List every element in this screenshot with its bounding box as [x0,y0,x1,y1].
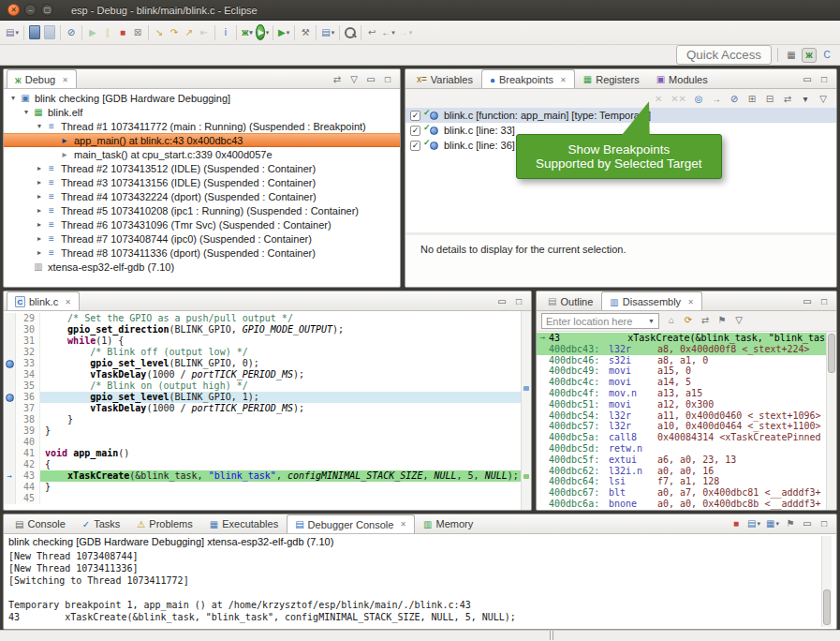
code-text[interactable]: /* Blink off (output low) */ [40,347,521,358]
tab-disassembly[interactable]: ▥Disassembly✕ [601,291,702,310]
minimize-icon[interactable]: ▭ [800,293,815,308]
code-text[interactable]: gpio_set_direction(BLINK_GPIO, GPIO_MODE… [40,324,521,335]
display-selected-console-icon[interactable]: ▤▾ [745,516,762,531]
debug-icon[interactable]: ж▾ [240,25,255,40]
expand-icon[interactable]: ▸ [34,192,45,201]
tab-debugger-console[interactable]: ▤Debugger Console✕ [287,514,415,533]
tab-variables[interactable]: x=Variables [408,69,481,88]
editor-body[interactable]: 29 /* Set the GPIO as a push/pull output… [4,311,531,510]
debug-tree-item[interactable]: ▥xtensa-esp32-elf-gdb (7.10) [4,260,400,274]
editor-lines[interactable]: 29 /* Set the GPIO as a push/pull output… [4,311,521,510]
quick-access-button[interactable]: Quick Access [676,45,772,65]
code-text[interactable]: /* Blink on (output high) */ [40,380,521,392]
line-number[interactable]: 30 [16,324,40,335]
code-text[interactable]: while(1) { [40,335,521,347]
dropdown-caret-icon[interactable]: ▾ [391,29,395,37]
line-number[interactable]: 29 [16,313,40,324]
line-number[interactable]: 42 [16,459,40,470]
disassembly-row[interactable]: 400dbc49:movia15, 0 [537,365,826,377]
save-all-icon[interactable] [42,25,57,40]
debug-perspective-icon[interactable]: ж [802,48,817,63]
line-number[interactable]: 33 [16,358,40,369]
editor-line[interactable]: 30 gpio_set_direction(BLINK_GPIO, GPIO_M… [4,324,521,335]
overview-mark-current-line[interactable] [523,474,529,479]
line-number[interactable]: 36 [16,392,40,403]
expand-icon[interactable]: ▸ [34,248,45,257]
maximize-icon[interactable]: □ [380,71,395,86]
instruction-stepping-icon[interactable]: i [218,25,233,40]
debug-tree-item[interactable]: ▸app_main() at blink.c:43 0x400dbc43 [4,133,400,147]
code-text[interactable]: xTaskCreate(&blink_task, "blink_task", c… [40,470,521,482]
minimize-icon[interactable]: ▭ [363,71,378,86]
expand-all-icon[interactable]: ⊞ [744,91,759,106]
editor-line[interactable]: 40 [4,437,521,448]
console-body[interactable]: blink checking [GDB Hardware Debugging] … [4,534,836,629]
disassembly-row[interactable]: →43 xTaskCreate(&blink_task, "blink_tas [537,333,826,344]
disconnect-icon[interactable]: ⊠ [130,25,145,40]
disassembly-row[interactable]: 400dbc46:s32ia8, a1, 0 [537,355,826,366]
view-menu-icon[interactable]: ▽ [346,71,361,86]
forward-icon[interactable]: →▾ [397,25,415,40]
code-text[interactable]: } [40,482,521,493]
tab-breakpoints[interactable]: ●Breakpoints✕ [481,69,575,88]
dropdown-caret-icon[interactable]: ▼ [648,318,655,324]
tab-console[interactable]: ▤Console [7,514,74,533]
debug-tree-item[interactable]: ▸≡Thread #4 1073432224 (dport) (Suspende… [4,189,400,203]
maximize-window-icon[interactable]: ▢ [41,4,53,16]
code-text[interactable]: /* Set the GPIO as a push/pull output */ [40,313,521,324]
close-tab-icon[interactable]: ✕ [560,76,567,84]
save-icon[interactable] [27,25,42,40]
expand-icon[interactable]: ▸ [34,234,45,243]
line-number[interactable]: 32 [16,347,40,358]
back-icon[interactable]: ←▾ [379,25,397,40]
line-number[interactable]: 39 [16,425,40,437]
tab-problems[interactable]: ⚠Problems [128,514,200,533]
debug-tree-item[interactable]: ▸≡Thread #6 1073431096 (Tmr Svc) (Suspen… [4,217,400,231]
editor-line[interactable]: 31 while(1) { [4,335,521,347]
line-number[interactable]: 41 [16,448,40,459]
close-tab-icon[interactable]: ✕ [400,520,406,529]
disassembly-row[interactable]: 400dbc6a:bnonea0, a0, 0x400dbc8b <__addd… [537,499,826,510]
line-number[interactable]: 45 [16,493,40,504]
open-console-icon[interactable]: ▦▾ [764,516,781,531]
open-perspective-icon[interactable]: ▦ [784,48,799,63]
collapse-icon[interactable]: ▾ [7,94,19,102]
scrollbar[interactable] [821,536,832,627]
minimize-window-icon[interactable]: – [24,4,37,16]
skip-all-breakpoints-icon[interactable]: ⊘ [727,91,742,106]
close-tab-icon[interactable]: ✕ [65,298,71,306]
terminate-icon[interactable]: ■ [729,516,744,531]
editor-line[interactable]: 41void app_main() [4,448,521,459]
debug-tree-item[interactable]: ▾≡Thread #1 1073411772 (main : Running) … [4,119,400,133]
breakpoint-marker-icon[interactable] [4,358,16,369]
step-return-icon[interactable]: ↗ [182,25,197,40]
debug-tree-item[interactable]: ▾▦blink.elf [4,105,400,119]
tab-memory[interactable]: ▥Memory [415,514,481,533]
instruction-pointer-icon[interactable]: → [4,470,16,482]
link-with-editor-icon[interactable]: ⇄ [330,71,345,86]
minimize-icon[interactable]: ▭ [800,516,815,531]
new-c-file-icon[interactable]: ▤▾ [319,25,336,40]
editor-line[interactable]: 39} [4,425,521,437]
run-icon[interactable]: ▾ [255,25,270,40]
cpp-perspective-icon[interactable]: C [819,48,834,63]
tab-debug[interactable]: жDebug✕ [7,69,77,88]
breakpoint-marker-icon[interactable] [4,392,16,403]
minimize-icon[interactable]: ▭ [800,71,815,86]
code-text[interactable]: vTaskDelay(1000 / portTICK_PERIOD_MS); [40,403,521,414]
suspend-icon[interactable]: ∥ [100,25,115,40]
editor-line[interactable]: 45 [4,493,521,504]
line-number[interactable]: 37 [16,403,40,414]
tab-tasks[interactable]: ✓Tasks [74,514,129,533]
step-into-icon[interactable]: ↘ [152,25,167,40]
dropdown-caret-icon[interactable]: ▾ [332,29,335,37]
code-text[interactable]: void app_main() [40,448,521,459]
close-tab-icon[interactable]: ✕ [687,298,694,306]
status-grip[interactable] [550,631,553,640]
terminate-icon[interactable]: ■ [115,25,130,40]
line-number[interactable]: 34 [16,369,40,380]
editor-line[interactable]: 35 /* Blink on (output high) */ [4,380,521,392]
maximize-icon[interactable]: □ [511,293,526,308]
line-number[interactable]: 31 [16,335,40,347]
tab-blink-c[interactable]: Cblink.c✕ [7,291,80,310]
